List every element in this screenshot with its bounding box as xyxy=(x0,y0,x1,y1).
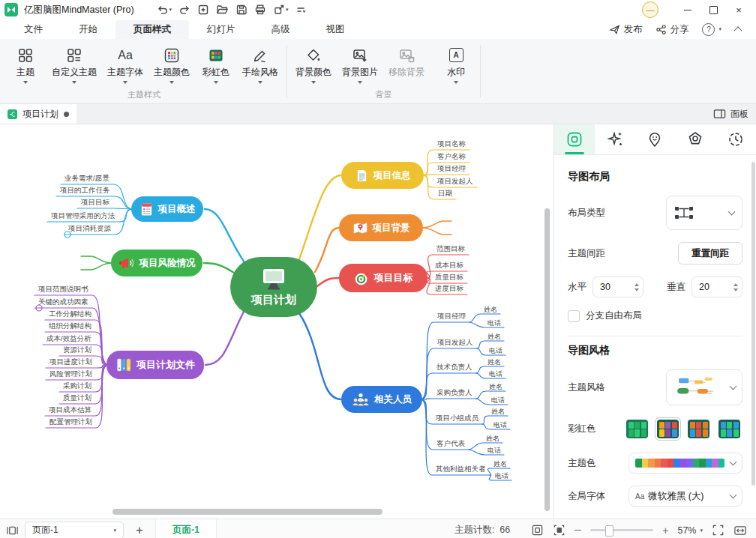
theme-color-button[interactable]: 主题颜色 xyxy=(148,40,195,84)
subtopic[interactable]: 工作分解结构 xyxy=(49,309,92,319)
stepper-arrows-icon[interactable] xyxy=(634,283,639,291)
subtopic[interactable]: 项目消耗资源 xyxy=(68,224,111,234)
subtopic[interactable]: 姓名 xyxy=(494,459,507,469)
topic-risk[interactable]: 项目风险情况 xyxy=(111,250,202,276)
layout-type-dropdown[interactable] xyxy=(666,196,742,230)
subtopic[interactable]: 姓名 xyxy=(484,305,497,315)
subtopic[interactable]: 质量计划 xyxy=(63,393,92,403)
subtopic[interactable]: 项目范围说明书 xyxy=(38,285,88,294)
central-topic[interactable]: 项目计划 xyxy=(230,257,317,317)
background-color-button[interactable]: 背景颜色 xyxy=(290,40,337,84)
mindmap-canvas[interactable]: 项目计划项目概述业务需求/愿景项目的工作任务项目目标项目管理采用的方法项目消耗资… xyxy=(0,124,554,519)
subtopic[interactable]: 电话 xyxy=(489,346,502,356)
subtopic[interactable]: 项目管理采用的方法 xyxy=(51,211,116,221)
help-button[interactable]: ? ▾ xyxy=(698,22,726,37)
topic-planfiles[interactable]: 项目计划文件 xyxy=(106,351,204,379)
page-select-dropdown[interactable]: 页面-1 ▾ xyxy=(25,522,124,538)
zoom-slider-thumb[interactable] xyxy=(605,525,614,537)
focus-topic-icon[interactable] xyxy=(553,524,566,537)
tab-effects[interactable] xyxy=(595,124,635,154)
export-button[interactable]: ▾ xyxy=(271,2,291,17)
rainbow-swatch[interactable] xyxy=(655,417,681,441)
custom-theme-button[interactable]: 自定义主题 xyxy=(46,40,102,84)
zoom-level[interactable]: 57%▾ xyxy=(677,525,703,536)
collapse-ribbon-button[interactable] xyxy=(730,24,746,35)
subtopic[interactable]: 姓名 xyxy=(489,382,502,392)
maximize-button[interactable] xyxy=(700,1,726,19)
save-button[interactable] xyxy=(233,2,250,17)
close-button[interactable]: × xyxy=(726,1,752,19)
subtopic[interactable]: 成本目标 xyxy=(435,261,464,270)
rainbow-color-button[interactable]: 彩虹色 xyxy=(195,40,237,84)
topic-goals[interactable]: 项目目标 xyxy=(339,264,428,292)
new-document-button[interactable] xyxy=(195,2,212,17)
rainbow-swatch[interactable] xyxy=(716,417,742,441)
zoom-slider[interactable] xyxy=(590,529,653,531)
rainbow-swatch[interactable] xyxy=(686,417,712,441)
theme-style-dropdown[interactable] xyxy=(666,369,742,405)
subtopic[interactable]: 成本/效益分析 xyxy=(46,334,92,344)
tab-clipart[interactable] xyxy=(675,124,716,154)
page-panel-icon[interactable] xyxy=(6,525,19,537)
undo-button[interactable]: ▾ xyxy=(154,2,175,17)
theme-button[interactable]: 主题 xyxy=(4,40,46,84)
horizontal-spacing-stepper[interactable]: 30 xyxy=(592,276,644,297)
document-tab[interactable]: 项目计划 xyxy=(0,104,76,124)
subtopic[interactable]: 项目进度计划 xyxy=(50,357,92,367)
rainbow-swatch[interactable] xyxy=(624,417,650,441)
subtopic[interactable]: 项目经理 xyxy=(437,164,466,174)
theme-font-button[interactable]: Aa 主题字体 xyxy=(102,40,148,84)
subtopic[interactable]: 技术负责人 xyxy=(436,363,472,372)
subtopic[interactable]: 项目发起人 xyxy=(437,177,473,187)
subtopic[interactable]: 质量目标 xyxy=(435,273,464,282)
vertical-spacing-stepper[interactable]: 20 xyxy=(692,276,742,297)
fit-map-icon[interactable] xyxy=(531,524,544,537)
redo-button[interactable] xyxy=(176,2,193,17)
add-page-button[interactable]: + xyxy=(136,523,143,538)
horizontal-scrollbar[interactable] xyxy=(112,509,382,515)
topic-background[interactable]: 项目背景 xyxy=(339,214,423,241)
subtopic[interactable]: 姓名 xyxy=(488,332,501,342)
tab-stickers[interactable] xyxy=(635,124,676,154)
subtopic[interactable]: 项目的工作任务 xyxy=(60,186,110,196)
subtopic[interactable]: 项目小组成员 xyxy=(436,414,478,423)
menu-file[interactable]: 文件 xyxy=(6,20,61,39)
menu-home[interactable]: 开始 xyxy=(61,20,116,39)
subtopic[interactable]: 客户名称 xyxy=(437,152,466,162)
fit-width-icon[interactable] xyxy=(734,525,747,537)
panel-toggle-button[interactable]: 面板 xyxy=(713,108,756,121)
subtopic[interactable]: 姓名 xyxy=(486,434,500,444)
subtopic[interactable]: 项目经理 xyxy=(437,312,466,321)
subtopic[interactable]: 电话 xyxy=(488,446,501,456)
zoom-in-button[interactable]: + xyxy=(662,525,668,536)
subtopic[interactable]: 电话 xyxy=(495,471,508,481)
publish-button[interactable]: 发布 xyxy=(604,22,646,37)
subtopic[interactable]: 电话 xyxy=(489,369,502,379)
subtopic[interactable]: 风险管理计划 xyxy=(50,369,92,379)
subtopic[interactable]: 姓名 xyxy=(491,407,505,417)
print-button[interactable] xyxy=(252,2,268,17)
menu-advanced[interactable]: 高级 xyxy=(254,20,308,39)
subtopic[interactable]: 范围目标 xyxy=(436,244,465,254)
customize-toolbar-button[interactable] xyxy=(293,2,308,17)
stepper-arrows-icon[interactable] xyxy=(734,283,738,291)
vertical-scrollbar[interactable] xyxy=(544,208,550,511)
subtopic[interactable]: 姓名 xyxy=(488,357,501,367)
subtopic[interactable]: 业务需求/愿景 xyxy=(64,174,110,184)
subtopic[interactable]: 日期 xyxy=(438,189,452,199)
subtopic[interactable]: 关键的成功因素 xyxy=(38,297,88,307)
export-caret-icon[interactable]: ▾ xyxy=(286,7,289,13)
subtopic[interactable]: 项目成本估算 xyxy=(49,405,92,415)
menu-page-style[interactable]: 页面样式 xyxy=(116,20,189,39)
topic-people[interactable]: 相关人员 xyxy=(341,386,422,413)
subtopic[interactable]: 采购负责人 xyxy=(436,388,472,398)
subtopic[interactable]: 配置管理计划 xyxy=(50,417,92,427)
minimize-button[interactable] xyxy=(675,1,700,19)
subtopic[interactable]: 电话 xyxy=(491,396,505,405)
topic-info[interactable]: 项目信息 xyxy=(341,162,424,189)
subtopic[interactable]: 其他利益相关者 xyxy=(436,465,486,474)
open-file-button[interactable] xyxy=(214,2,231,17)
subtopic[interactable]: 电话 xyxy=(488,318,501,328)
member-icon[interactable]: — xyxy=(642,1,658,18)
subtopic[interactable]: 采购计划 xyxy=(63,381,92,391)
